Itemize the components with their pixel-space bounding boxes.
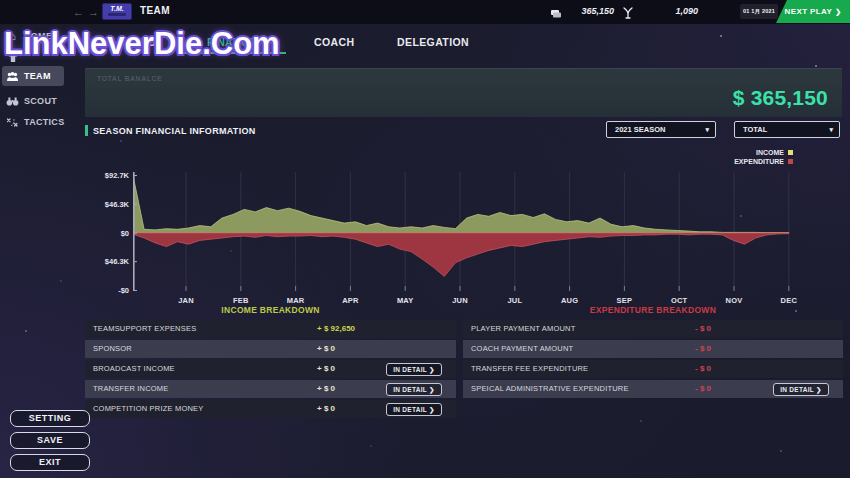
y-tick-label: $46.3K — [85, 257, 129, 266]
x-tick-label: JUN — [452, 296, 468, 305]
page-title: TEAM — [140, 5, 170, 16]
next-play-label: NEXT PLAY — [784, 7, 832, 16]
save-button[interactable]: SAVE — [10, 432, 90, 449]
row-value: + $ 92,650 — [317, 320, 355, 338]
game-logo: T.M. — [102, 3, 132, 20]
date-badge: 01 1月 2021 — [740, 4, 778, 19]
table-row: PLAYER PAYMENT AMOUNT - $ 0 — [463, 320, 843, 338]
chevron-right-icon: ❯ — [835, 8, 841, 15]
row-label: SPONSOR — [93, 340, 132, 358]
x-tick-label: OCT — [671, 296, 687, 305]
sidebar-item-label: TEAM — [24, 71, 51, 81]
row-label: TRANSFER INCOME — [93, 380, 169, 398]
in-detail-button[interactable]: IN DETAIL ❯ — [773, 383, 829, 396]
row-value: - $ 0 — [695, 320, 711, 338]
table-row: COMPETITION PRIZE MONEY + $ 0 IN DETAIL … — [85, 400, 456, 418]
row-value: - $ 0 — [695, 340, 711, 358]
tactics-icon — [6, 116, 19, 128]
row-value: - $ 0 — [695, 380, 711, 398]
season-select-value: 2021 SEASON — [615, 125, 665, 134]
sidebar-item-team[interactable]: TEAM — [2, 66, 64, 86]
legend-expenditure: EXPENDITURE — [734, 158, 793, 165]
x-tick-label: APR — [342, 296, 358, 305]
row-value: + $ 0 — [317, 400, 335, 418]
expenditure-swatch — [788, 159, 793, 164]
legend-income: INCOME — [756, 149, 793, 156]
fame-amount: 1,090 — [640, 6, 698, 16]
row-value: + $ 0 — [317, 340, 335, 358]
game-window: ← → T.M. TEAM 365,150 1,090 01 1月 2021 N… — [0, 0, 850, 478]
in-detail-button[interactable]: IN DETAIL ❯ — [386, 363, 442, 376]
x-tick-label: FEB — [233, 296, 249, 305]
game-logo-subtitle — [108, 13, 126, 16]
total-balance-panel: TOTAL BANALCE $ 365,150 — [85, 68, 842, 117]
game-logo-text: T.M. — [103, 4, 131, 13]
row-label: BROADCAST INCOME — [93, 360, 175, 378]
exit-button[interactable]: EXIT — [10, 454, 90, 471]
x-tick-label: MAY — [397, 296, 414, 305]
table-row: SPEICAL ADMINISTRATIVE EXPENDITURE - $ 0… — [463, 380, 843, 398]
sidebar-item-label: TACTICS — [24, 117, 64, 127]
tab-delegation[interactable]: DELEGATION — [397, 36, 469, 48]
table-row: TRANSFER FEE EXPENDITURE - $ 0 — [463, 360, 843, 378]
team-icon — [6, 70, 19, 82]
row-label: PLAYER PAYMENT AMOUNT — [471, 320, 576, 338]
sidebar-item-label: SCOUT — [24, 96, 57, 106]
income-breakdown-table: TEAMSUPPORT EXPENSES + $ 92,650 SPONSOR … — [85, 320, 456, 420]
row-label: TRANSFER FEE EXPENDITURE — [471, 360, 588, 378]
x-tick-label: SEP — [617, 296, 633, 305]
income-swatch — [788, 150, 793, 155]
total-balance-label: TOTAL BANALCE — [97, 75, 162, 82]
chart-legend: INCOME EXPENDITURE — [734, 149, 793, 165]
row-value: + $ 0 — [317, 360, 335, 378]
back-arrow-icon[interactable]: ← — [73, 4, 84, 20]
next-play-button[interactable]: NEXT PLAY❯ — [776, 0, 850, 23]
chevron-down-icon: ▾ — [829, 122, 833, 137]
x-tick-label: JAN — [178, 296, 194, 305]
total-select-value: TOTAL — [743, 125, 767, 134]
row-label: COACH PAYMENT AMOUNT — [471, 340, 573, 358]
fame-icon — [622, 5, 634, 17]
top-bar: ← → T.M. TEAM 365,150 1,090 01 1月 2021 N… — [0, 0, 850, 24]
sidebar-item-tactics[interactable]: TACTICS — [6, 114, 64, 130]
season-select[interactable]: 2021 SEASON ▾ — [606, 121, 716, 138]
sidebar-item-scout[interactable]: SCOUT — [6, 93, 57, 109]
section-title: SEASON FINANCIAL INFORMATION — [93, 126, 256, 136]
chevron-down-icon: ▾ — [705, 122, 709, 137]
expenditure-breakdown-table: PLAYER PAYMENT AMOUNT - $ 0 COACH PAYMEN… — [463, 320, 843, 400]
site-watermark: LinkNeverDie.Com — [4, 26, 280, 62]
y-tick-label: $0 — [85, 229, 129, 238]
in-detail-button[interactable]: IN DETAIL ❯ — [386, 403, 442, 416]
table-row: BROADCAST INCOME + $ 0 IN DETAIL ❯ — [85, 360, 456, 378]
row-label: SPEICAL ADMINISTRATIVE EXPENDITURE — [471, 380, 629, 398]
y-tick-label: $46.3K — [85, 200, 129, 209]
expenditure-breakdown-title: EXPENDITURE BREAKDOWN — [463, 305, 843, 315]
binoculars-icon — [6, 95, 19, 107]
tab-coach[interactable]: COACH — [314, 36, 355, 48]
total-balance-value: $ 365,150 — [733, 86, 828, 110]
forward-arrow-icon[interactable]: → — [88, 4, 99, 20]
x-tick-label: MAR — [287, 296, 305, 305]
income-breakdown-title: INCOME BREAKDOWN — [85, 305, 456, 315]
y-tick-label: -$0 — [85, 286, 129, 295]
legend-income-label: INCOME — [756, 149, 784, 156]
table-row: COACH PAYMENT AMOUNT - $ 0 — [463, 340, 843, 358]
table-row: TEAMSUPPORT EXPENSES + $ 92,650 — [85, 320, 456, 338]
row-label: COMPETITION PRIZE MONEY — [93, 400, 203, 418]
x-tick-label: AUG — [561, 296, 578, 305]
in-detail-button[interactable]: IN DETAIL ❯ — [386, 383, 442, 396]
background-stars — [25, 330, 27, 332]
gold-amount: 365,150 — [556, 6, 614, 16]
setting-button[interactable]: SETTING — [10, 410, 90, 427]
table-row: SPONSOR + $ 0 — [85, 340, 456, 358]
x-tick-label: NOV — [726, 296, 743, 305]
section-accent-bar — [85, 125, 88, 136]
finance-chart — [133, 170, 845, 294]
x-tick-label: DEC — [781, 296, 797, 305]
row-value: - $ 0 — [695, 360, 711, 378]
total-select[interactable]: TOTAL ▾ — [734, 121, 840, 138]
x-tick-label: JUL — [507, 296, 522, 305]
y-tick-label: $92.7K — [85, 171, 129, 180]
table-row: TRANSFER INCOME + $ 0 IN DETAIL ❯ — [85, 380, 456, 398]
row-value: + $ 0 — [317, 380, 335, 398]
